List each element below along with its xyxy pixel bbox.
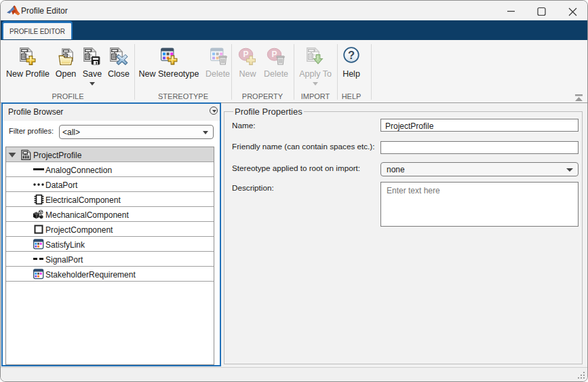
svg-text:?: ? xyxy=(348,49,355,61)
